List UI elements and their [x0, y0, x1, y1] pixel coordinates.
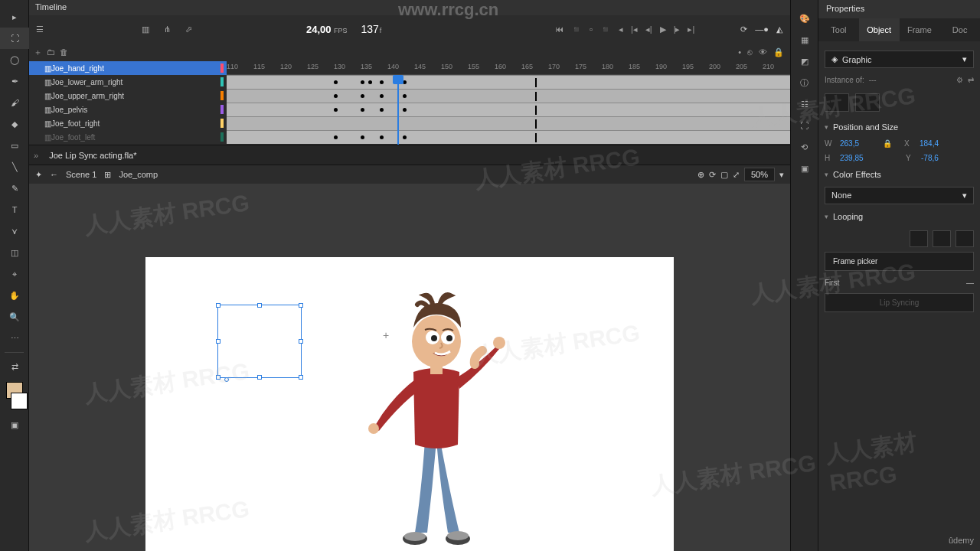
loop-mode-single-button[interactable] [956, 230, 974, 247]
play-button[interactable]: ▶ [660, 24, 666, 34]
x-value[interactable]: 184,4 [920, 139, 958, 148]
zoom-level[interactable]: 50% [744, 168, 775, 181]
align-panel-icon[interactable]: ☷ [791, 93, 818, 115]
next-frame-button[interactable]: |▸ [674, 24, 681, 34]
current-frame-display[interactable]: 137f [361, 23, 381, 35]
frame-ruler[interactable]: 110 115 120 125 130 135 140 145 150 155 … [227, 61, 790, 75]
free-transform-tool[interactable]: ⛶ [0, 28, 29, 49]
layer-depth-icon[interactable]: ⬀ [178, 24, 199, 34]
onion-skin-button[interactable]: —● [755, 24, 769, 34]
width-value[interactable]: 263,5 [840, 139, 878, 148]
rectangle-tool[interactable]: ▭ [0, 135, 29, 156]
lock-aspect-icon[interactable]: 🔒 [883, 139, 892, 148]
layer-row[interactable]: ▥ Joe_upper_arm_right [29, 89, 227, 103]
insert-frame-button[interactable]: ▫ [590, 24, 593, 34]
last-frame-button[interactable]: ▸| [688, 24, 694, 34]
first-frame-value[interactable]: — [966, 279, 974, 287]
history-panel-icon[interactable]: ⟲ [791, 136, 818, 158]
looping-section[interactable]: Looping [825, 207, 974, 226]
tab-object[interactable]: Object [859, 18, 900, 41]
camera-tool[interactable]: ⌖ [0, 263, 29, 285]
y-value[interactable]: -78,6 [921, 154, 959, 162]
stage-canvas[interactable]: + [145, 257, 674, 551]
frame-picker-button[interactable]: Frame picker [825, 252, 974, 271]
loop-mode-once-button[interactable] [933, 230, 951, 247]
back-button[interactable]: ← [50, 170, 58, 179]
line-tool[interactable]: ╲ [0, 156, 29, 178]
lip-syncing-button[interactable]: Lip Syncing [825, 293, 974, 312]
brush-tool[interactable]: 🖌 [0, 92, 29, 113]
delete-layer-button[interactable]: 🗑 [60, 47, 68, 57]
color-effect-select[interactable]: None▾ [825, 187, 974, 204]
highlight-layer-icon[interactable]: • [738, 47, 741, 57]
layer-row[interactable]: ▥ Joe_foot_left [29, 130, 227, 144]
position-size-section[interactable]: Position and Size [825, 118, 974, 136]
height-value[interactable]: 239,85 [840, 154, 878, 162]
transform-bounding-box[interactable] [217, 305, 302, 378]
instance-type-select[interactable]: ◈Graphic ▾ [825, 51, 974, 68]
new-folder-button[interactable]: 🗀 [47, 47, 55, 57]
selection-tool[interactable]: ▸ [0, 6, 29, 28]
clip-stage-icon[interactable]: ▢ [720, 170, 728, 180]
new-layer-button[interactable]: ＋ [34, 47, 42, 58]
color-panel-icon[interactable]: 🎨 [791, 8, 818, 29]
loop-button[interactable]: ⟳ [740, 24, 747, 34]
swap-instance-icon[interactable]: ⇄ [968, 76, 974, 84]
layer-row[interactable]: ▥ Joe_lower_arm_right [29, 75, 227, 89]
text-tool[interactable]: T [0, 199, 29, 220]
swatches-panel-icon[interactable]: ▦ [791, 29, 818, 51]
zoom-tool[interactable]: 🔍 [0, 306, 29, 328]
frame-grid[interactable]: 110 115 120 125 130 135 140 145 150 155 … [227, 61, 790, 145]
color-effects-section[interactable]: Color Effects [825, 165, 974, 184]
step-back-button[interactable]: ◂ [619, 24, 623, 34]
symbol-breadcrumb[interactable]: Joe_comp [119, 170, 158, 179]
scene-icon[interactable]: ✦ [35, 170, 42, 180]
stage-area[interactable]: + [29, 184, 790, 551]
onion-outlines-button[interactable]: ◭ [776, 24, 782, 34]
tab-doc[interactable]: Doc [939, 18, 980, 41]
bone-tool[interactable]: ⋎ [0, 220, 29, 242]
scene-breadcrumb[interactable]: Scene 1 [66, 170, 96, 179]
visibility-header-icon[interactable]: 👁 [759, 47, 767, 57]
components-panel-icon[interactable]: ▣ [791, 158, 818, 179]
swap-colors-icon[interactable]: ⇄ [0, 356, 29, 377]
transform-origin-handle[interactable] [224, 377, 229, 382]
lasso-tool[interactable]: ◯ [0, 49, 29, 70]
fit-icon[interactable]: ⤢ [733, 170, 740, 180]
stroke-color-swatch[interactable] [11, 393, 28, 409]
rotate-stage-icon[interactable]: ⟳ [709, 170, 716, 180]
playhead[interactable] [393, 75, 403, 145]
break-apart-button[interactable] [825, 93, 849, 112]
layer-row[interactable]: ▥ Joe_foot_right [29, 116, 227, 130]
instance-options-icon[interactable]: ⚙ [956, 76, 963, 84]
tab-tool[interactable]: Tool [818, 18, 859, 41]
first-frame-button[interactable]: |◂ [631, 24, 638, 34]
hand-tool[interactable]: ✋ [0, 285, 29, 306]
library-panel-icon[interactable]: ◩ [791, 51, 818, 72]
paint-bucket-tool[interactable]: ◆ [0, 113, 29, 135]
center-stage-icon[interactable]: ⊕ [697, 170, 704, 180]
pen-tool[interactable]: ✒ [0, 70, 29, 92]
frame-rows[interactable] [227, 75, 790, 144]
layer-parent-icon[interactable]: ⋔ [156, 24, 178, 34]
transform-panel-icon[interactable]: ⛶ [791, 115, 818, 136]
snap-tool[interactable]: ▣ [0, 414, 29, 435]
lock-header-icon[interactable]: 🔒 [773, 47, 784, 57]
camera-layer-icon[interactable]: ▥ [135, 24, 156, 34]
prev-frame-button[interactable]: ◂| [645, 24, 652, 34]
layer-row[interactable]: ▥ Joe_pelvis [29, 103, 227, 116]
layers-icon[interactable]: ☰ [29, 24, 51, 34]
zoom-dropdown-icon[interactable]: ▾ [779, 170, 784, 180]
more-tools[interactable]: ⋯ [0, 328, 29, 349]
layer-row[interactable]: ▥ Joe_hand_right [29, 61, 227, 75]
pencil-tool[interactable]: ✎ [0, 178, 29, 199]
keyframe-back-button[interactable]: ◾ [571, 24, 582, 34]
eraser-tool[interactable]: ◫ [0, 242, 29, 263]
document-tab[interactable]: Joe Lip Sync acting.fla* [41, 148, 144, 163]
tab-frame[interactable]: Frame [900, 18, 940, 41]
prev-extreme-button[interactable]: ⏮ [555, 24, 564, 34]
loop-mode-loop-button[interactable] [910, 230, 928, 247]
edit-symbol-button[interactable] [855, 93, 880, 112]
connect-layer-icon[interactable]: ⎋ [747, 47, 753, 57]
keyframe-forward-button[interactable]: ◾ [600, 24, 611, 34]
